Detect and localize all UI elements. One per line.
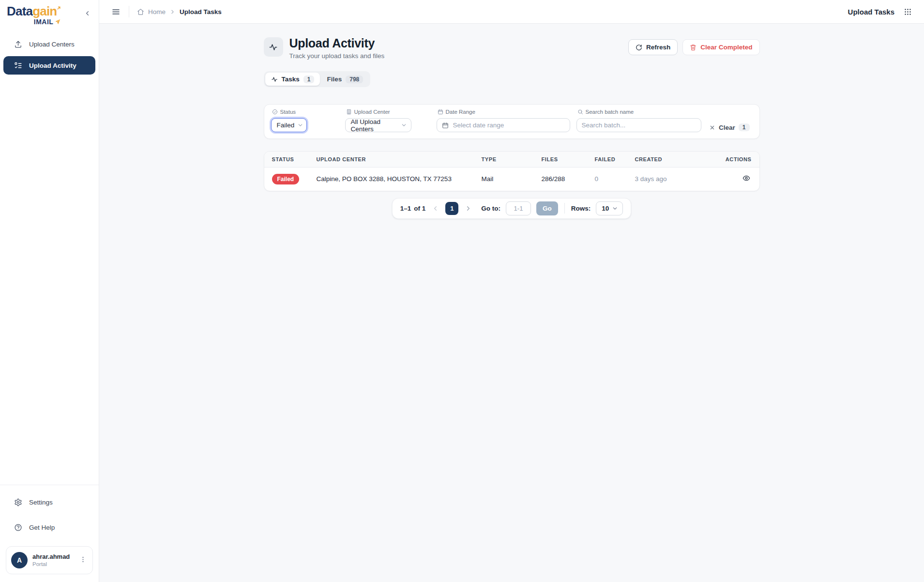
brand-subtitle: IMAIL: [7, 18, 62, 25]
cell-files: 286/288: [538, 168, 591, 191]
tab-files[interactable]: Files 798: [321, 73, 369, 86]
chevron-right-icon: [169, 9, 176, 15]
filter-status-label: Status: [272, 109, 345, 115]
page-title: Upload Activity: [289, 36, 385, 50]
rocket-icon: [54, 18, 61, 25]
filter-label-text: Date Range: [446, 109, 475, 115]
help-circle-icon: [14, 523, 22, 532]
column-header-type: TYPE: [478, 152, 538, 168]
chevron-left-icon: [432, 205, 439, 212]
filter-bar: Status Failed Upload Center: [264, 104, 760, 139]
user-menu-button[interactable]: [78, 555, 88, 566]
next-page-button[interactable]: [464, 204, 473, 213]
apps-grid-button[interactable]: [902, 6, 913, 17]
pagination: 1–1 of 1 1 Go to: Go Rows: 10: [392, 198, 632, 219]
cell-upload-center: Calpine, PO BOX 3288, HOUSTON, TX 77253: [313, 168, 478, 191]
task-list-icon: [14, 61, 22, 70]
user-meta: ahrar.ahmad Portal: [32, 553, 74, 568]
brand-part-data: Data: [7, 4, 32, 18]
hamburger-menu-button[interactable]: [110, 6, 122, 18]
upload-center-select-value: All Upload Centers: [351, 118, 398, 133]
sidebar-collapse-button[interactable]: [82, 8, 93, 20]
clear-completed-button[interactable]: Clear Completed: [682, 39, 759, 55]
calendar-icon: [438, 109, 443, 115]
chevron-down-icon: [612, 205, 618, 212]
cell-status: Failed: [264, 168, 313, 191]
sidebar-item-upload-centers[interactable]: Upload Centers: [3, 35, 95, 53]
upload-icon: [14, 40, 22, 48]
column-header-files: FILES: [538, 152, 591, 168]
column-header-created: CREATED: [631, 152, 722, 168]
goto-page-input[interactable]: [506, 201, 531, 215]
tab-tasks[interactable]: Tasks 1: [265, 73, 320, 86]
filter-upload-center: Upload Center All Upload Centers: [345, 109, 437, 132]
sidebar-footer-nav: Settings Get Help: [0, 485, 99, 539]
brand-sub-label: IMAIL: [34, 18, 54, 25]
date-range-input[interactable]: [453, 122, 565, 129]
clear-filters-count-badge: 1: [739, 123, 750, 131]
content: Upload Activity Track your upload tasks …: [99, 24, 924, 582]
x-icon: [709, 124, 715, 131]
breadcrumb-home-link[interactable]: Home: [148, 8, 166, 15]
trash-icon: [690, 44, 697, 51]
refresh-button[interactable]: Refresh: [628, 39, 678, 55]
tab-bar: Tasks 1 Files 798: [264, 71, 371, 87]
sidebar: Datagain IMAIL Upload Centers Upload Act…: [0, 0, 99, 582]
breadcrumb-current: Upload Tasks: [180, 8, 222, 15]
topbar-right: Upload Tasks: [848, 6, 913, 17]
cell-created: 3 days ago: [631, 168, 722, 191]
topbar: Home Upload Tasks Upload Tasks: [99, 0, 924, 24]
building-icon: [346, 109, 352, 115]
goto-label: Go to:: [481, 205, 500, 212]
pagination-divider: [564, 203, 565, 214]
filter-search-label: Search batch name: [577, 109, 706, 115]
user-role: Portal: [32, 561, 74, 567]
previous-page-button[interactable]: [431, 204, 440, 213]
chevron-left-icon: [84, 10, 91, 17]
refresh-label: Refresh: [646, 44, 670, 51]
filter-status: Status Failed: [271, 109, 345, 132]
sidebar-item-settings[interactable]: Settings: [3, 493, 95, 511]
avatar: A: [11, 552, 28, 568]
rows-per-page-select[interactable]: 10: [596, 201, 623, 215]
filter-search: Search batch name: [576, 109, 706, 132]
status-select[interactable]: Failed: [271, 118, 307, 132]
clear-filters-label: Clear: [719, 124, 735, 131]
tab-label: Files: [327, 76, 342, 83]
gear-icon: [14, 498, 22, 506]
filter-label-text: Status: [280, 109, 296, 115]
sidebar-item-get-help[interactable]: Get Help: [3, 518, 95, 536]
topbar-divider: [129, 6, 129, 17]
rows-per-page-value: 10: [602, 205, 609, 212]
clear-completed-label: Clear Completed: [700, 44, 752, 51]
page-number-button[interactable]: 1: [445, 202, 458, 215]
sidebar-item-label: Upload Activity: [29, 62, 76, 69]
search-input-wrap: [576, 118, 701, 132]
go-button[interactable]: Go: [536, 201, 558, 215]
page-header-text: Upload Activity Track your upload tasks …: [289, 36, 385, 60]
page-container: Upload Activity Track your upload tasks …: [264, 36, 760, 219]
eye-icon: [742, 174, 750, 182]
filter-date-range: Date Range: [437, 109, 576, 132]
page-header-left: Upload Activity Track your upload tasks …: [264, 36, 385, 60]
refresh-icon: [636, 44, 642, 51]
date-range-input-wrap: [437, 118, 570, 132]
sidebar-item-upload-activity[interactable]: Upload Activity: [3, 56, 95, 75]
search-batch-input[interactable]: [582, 122, 696, 129]
cell-type: Mail: [478, 168, 538, 191]
breadcrumb: Home Upload Tasks: [137, 8, 222, 15]
user-card[interactable]: A ahrar.ahmad Portal: [6, 546, 93, 574]
page-header: Upload Activity Track your upload tasks …: [264, 36, 760, 60]
tasks-table-card: STATUS UPLOAD CENTER TYPE FILES FAILED C…: [264, 151, 760, 191]
clear-filters-button[interactable]: Clear 1: [706, 122, 752, 133]
brand-wordmark: Datagain: [7, 5, 62, 17]
chevron-down-icon: [401, 122, 407, 128]
upload-center-select[interactable]: All Upload Centers: [345, 118, 411, 132]
filter-label-text: Upload Center: [354, 109, 390, 115]
view-task-button[interactable]: [741, 173, 752, 185]
user-name: ahrar.ahmad: [32, 553, 74, 561]
circle-check-icon: [272, 109, 278, 115]
brand-logo: Datagain IMAIL: [7, 5, 62, 25]
app-root: Datagain IMAIL Upload Centers Upload Act…: [0, 0, 924, 582]
column-header-upload-center: UPLOAD CENTER: [313, 152, 478, 168]
